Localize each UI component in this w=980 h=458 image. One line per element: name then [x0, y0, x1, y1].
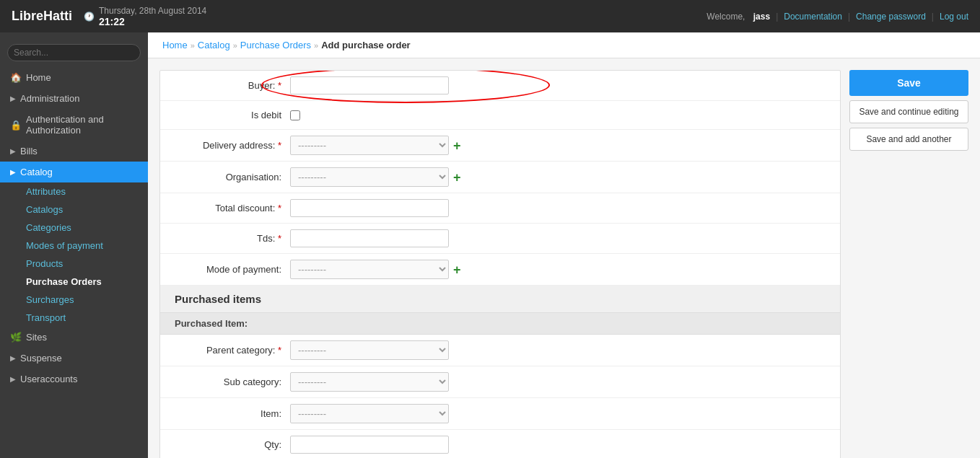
parent-category-select[interactable]: --------- [290, 340, 449, 360]
sidebar-item-suspense-label: Suspense [20, 353, 62, 364]
topbar-left: LibreHatti 🕐 Thursday, 28th August 2014 … [12, 6, 206, 27]
topbar-clock: 🕐 Thursday, 28th August 2014 21:22 [84, 6, 206, 27]
qty-input[interactable] [290, 436, 449, 454]
lock-icon: 🔒 [10, 120, 22, 131]
search-container[interactable] [0, 38, 148, 67]
breadcrumb-sep3: » [314, 41, 318, 50]
delivery-address-select[interactable]: --------- [290, 136, 449, 155]
sidebar-item-sites[interactable]: 🌿 Sites [0, 327, 148, 348]
sep3: | [932, 12, 934, 22]
sidebar-item-useraccounts-label: Useraccounts [20, 374, 77, 384]
main-content: Home » Catalog » Purchase Orders » Add p… [148, 32, 980, 458]
qty-row: Qty: [160, 430, 840, 458]
sub-category-row: Sub category: --------- [160, 366, 840, 398]
item-control: --------- [290, 404, 826, 423]
buyer-control [290, 76, 826, 94]
catalog-submenu: Attributes Catalogs Categories Modes of … [0, 182, 148, 327]
sep2: | [848, 12, 850, 22]
total-discount-input[interactable] [290, 199, 449, 217]
sidebar-sub-purchase-orders[interactable]: Purchase Orders [20, 273, 148, 291]
mode-of-payment-add-button[interactable]: + [453, 263, 461, 276]
organisation-row: Organisation: --------- + [160, 162, 840, 193]
breadcrumb-current: Add purchase order [321, 40, 411, 50]
breadcrumb-purchase-orders[interactable]: Purchase Orders [240, 40, 311, 50]
sidebar: 🏠 Home ▶ Administration 🔒 Authentication… [0, 32, 148, 458]
sidebar-sub-transport[interactable]: Transport [20, 309, 148, 327]
sidebar-item-bills[interactable]: ▶ Bills [0, 141, 148, 162]
is-debit-checkbox[interactable] [290, 110, 300, 120]
organisation-select[interactable]: --------- [290, 167, 449, 187]
sidebar-item-bills-label: Bills [20, 146, 38, 157]
save-add-button[interactable]: Save and add another [849, 128, 968, 151]
tds-row: Tds: [160, 224, 840, 254]
sidebar-item-sites-label: Sites [26, 332, 47, 343]
save-button[interactable]: Save [849, 70, 968, 96]
chevron-right-icon-catalog: ▶ [10, 168, 16, 176]
chevron-right-icon-useraccounts: ▶ [10, 375, 16, 383]
sidebar-item-home[interactable]: 🏠 Home [0, 67, 148, 88]
purchased-item-sub-header: Purchased Item: [160, 313, 840, 335]
leaf-icon: 🌿 [10, 332, 22, 343]
sidebar-item-administration[interactable]: ▶ Administration [0, 88, 148, 109]
sub-category-control: --------- [290, 372, 826, 392]
sidebar-sub-surcharges[interactable]: Surcharges [20, 291, 148, 309]
app-title: LibreHatti [12, 9, 72, 24]
delivery-address-control: --------- + [290, 136, 826, 155]
log-out-link[interactable]: Log out [940, 12, 968, 22]
search-input[interactable] [7, 44, 141, 61]
sidebar-item-catalog-label: Catalog [20, 167, 53, 177]
home-icon: 🏠 [10, 72, 22, 83]
sidebar-sub-products[interactable]: Products [20, 255, 148, 273]
sidebar-item-administration-label: Administration [20, 93, 79, 104]
breadcrumb-catalog[interactable]: Catalog [198, 40, 230, 50]
sidebar-item-suspense[interactable]: ▶ Suspense [0, 348, 148, 369]
clock-icon: 🕐 [84, 12, 95, 22]
total-discount-label: Total discount: [175, 203, 290, 213]
welcome-text: Welcome, [706, 12, 745, 22]
sidebar-item-catalog[interactable]: ▶ Catalog [0, 162, 148, 182]
breadcrumb-home[interactable]: Home [162, 40, 188, 50]
topbar-date: Thursday, 28th August 2014 [99, 6, 206, 16]
sidebar-item-auth-label: Authentication and Authorization [26, 114, 138, 136]
is-debit-label: Is debit [175, 110, 290, 120]
content-area: Buyer: Is debit [148, 58, 980, 458]
sidebar-item-auth[interactable]: 🔒 Authentication and Authorization [0, 109, 148, 141]
sidebar-sub-attributes[interactable]: Attributes [20, 182, 148, 201]
topbar-right: Welcome, jass | Documentation | Change p… [706, 12, 968, 22]
sub-category-select[interactable]: --------- [290, 372, 449, 392]
item-label: Item: [175, 408, 290, 419]
total-discount-row: Total discount: [160, 193, 840, 224]
mode-of-payment-row: Mode of payment: --------- + [160, 254, 840, 286]
change-password-link[interactable]: Change password [856, 12, 926, 22]
item-select[interactable]: --------- [290, 404, 449, 423]
tds-input[interactable] [290, 229, 449, 247]
purchased-items-header: Purchased items [160, 286, 840, 313]
total-discount-control [290, 199, 826, 217]
breadcrumb-sep2: » [233, 41, 237, 50]
buyer-row: Buyer: [160, 71, 840, 101]
qty-control [290, 436, 826, 454]
save-continue-button[interactable]: Save and continue editing [849, 100, 968, 123]
sidebar-item-home-label: Home [26, 72, 51, 83]
parent-category-label: Parent category: [175, 345, 290, 356]
actions-panel: Save Save and continue editing Save and … [849, 70, 968, 458]
breadcrumb-sep1: » [191, 41, 195, 50]
sidebar-item-useraccounts[interactable]: ▶ Useraccounts [0, 369, 148, 389]
username: jass [753, 12, 770, 22]
sidebar-sub-categories[interactable]: Categories [20, 219, 148, 237]
delivery-address-label: Delivery address: [175, 140, 290, 151]
sidebar-sub-modes-of-payment[interactable]: Modes of payment [20, 237, 148, 255]
organisation-add-button[interactable]: + [453, 171, 461, 184]
form-body: Buyer: Is debit [160, 71, 840, 458]
form-panel: Buyer: Is debit [159, 70, 841, 458]
chevron-right-icon-suspense: ▶ [10, 354, 16, 362]
mode-of-payment-select[interactable]: --------- [290, 260, 449, 279]
sidebar-sub-catalogs[interactable]: Catalogs [20, 201, 148, 219]
documentation-link[interactable]: Documentation [784, 12, 842, 22]
organisation-control: --------- + [290, 167, 826, 187]
is-debit-control [290, 110, 826, 120]
breadcrumb: Home » Catalog » Purchase Orders » Add p… [148, 32, 980, 58]
delivery-address-add-button[interactable]: + [453, 139, 461, 152]
buyer-input[interactable] [290, 76, 449, 94]
chevron-right-icon: ▶ [10, 94, 16, 102]
